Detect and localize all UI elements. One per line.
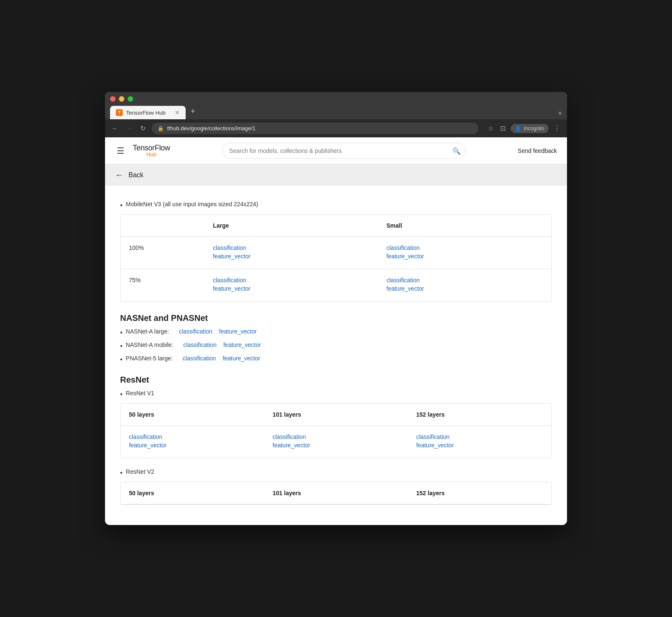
mobilenet-75-small-feature-vector[interactable]: feature_vector — [386, 285, 543, 292]
resnet-v1-data-row: classification feature_vector classifica… — [121, 426, 551, 458]
resnet-v1-50-links: classification feature_vector — [121, 426, 264, 458]
resnet-v1-101-links: classification feature_vector — [264, 426, 408, 458]
bullet-dot: • — [120, 202, 123, 209]
nasnet-a-mobile-prefix: NASNet-A mobile: — [126, 341, 173, 348]
nasnet-a-large-item: • NASNet-A large: classification feature… — [120, 328, 552, 336]
back-label: Back — [129, 171, 144, 179]
mobilenet-bullet-text: MobileNet V3 (all use input images sized… — [126, 201, 258, 207]
resnet-v2-header-101: 101 layers — [264, 482, 408, 504]
bookmark-button[interactable]: ☆ — [486, 123, 495, 134]
nasnet-a-large-prefix: NASNet-A large: — [126, 328, 169, 335]
mobilenet-75-small-classification[interactable]: classification — [386, 277, 543, 284]
reload-button[interactable]: ↻ — [139, 123, 147, 133]
pnasnet-5-large-feature-vector[interactable]: feature_vector — [223, 355, 260, 362]
resnet-v1-header-152: 152 layers — [408, 404, 551, 425]
maximize-traffic-light[interactable] — [128, 96, 133, 102]
mobilenet-row-75-small: classification feature_vector — [378, 269, 551, 301]
resnet-v1-label: ResNet V1 — [126, 390, 155, 396]
mobilenet-row-100: 100% classification feature_vector class… — [121, 237, 551, 269]
resnet-v1-50-feature-vector[interactable]: feature_vector — [129, 442, 256, 449]
resnet-v1-101-feature-vector[interactable]: feature_vector — [273, 442, 399, 449]
resnet-v2-table: 50 layers 101 layers 152 layers — [120, 482, 552, 505]
resnet-v1-header-row: 50 layers 101 layers 152 layers — [121, 404, 551, 426]
resnet-v2-header-row: 50 layers 101 layers 152 layers — [121, 482, 551, 504]
url-text: tfhub.dev/google/collections/image/1 — [167, 125, 255, 131]
resnet-v1-table: 50 layers 101 layers 152 layers classifi… — [120, 403, 552, 458]
pnasnet-5-large-item: • PNASNet-5 large: classification featur… — [120, 355, 552, 363]
nasnet-a-mobile-feature-vector[interactable]: feature_vector — [223, 341, 261, 348]
address-input[interactable]: 🔒 tfhub.dev/google/collections/image/1 — [152, 123, 478, 134]
mobilenet-table-header-row: Large Small — [121, 215, 551, 237]
mobilenet-row-75-large: classification feature_vector — [205, 269, 378, 301]
search-icon[interactable]: 🔍 — [452, 147, 461, 155]
incognito-icon: 👤 — [515, 126, 521, 131]
mobilenet-100-large-feature-vector[interactable]: feature_vector — [213, 253, 370, 260]
bullet-dot-3: • — [120, 356, 123, 363]
resnet-v2-header-152: 152 layers — [408, 482, 551, 504]
resnet-v1-152-classification[interactable]: classification — [416, 433, 543, 440]
mobilenet-bullet-item: • MobileNet V3 (all use input images siz… — [120, 201, 552, 209]
nasnet-a-large-feature-vector[interactable]: feature_vector — [219, 328, 257, 335]
resnet-v1-101-classification[interactable]: classification — [273, 433, 399, 440]
back-bar: ← Back — [105, 164, 567, 186]
expand-button[interactable]: ∨ — [558, 110, 562, 119]
bullet-dot-5: • — [120, 469, 123, 477]
resnet-v1-header-101: 101 layers — [264, 404, 408, 425]
mobilenet-row-100-large: classification feature_vector — [205, 237, 378, 269]
nasnet-section-title: NASNet and PNASNet — [120, 313, 552, 323]
split-view-button[interactable]: ⊡ — [499, 123, 507, 134]
bullet-dot-4: • — [120, 391, 123, 398]
page-content: ☰ TensorFlow Hub 🔍 Send feedback ← Back … — [105, 137, 567, 525]
lock-icon: 🔒 — [158, 126, 164, 131]
resnet-v2-bullet: • ResNet V2 — [120, 468, 552, 477]
brand-logo[interactable]: TensorFlow Hub — [133, 144, 170, 157]
resnet-v1-152-feature-vector[interactable]: feature_vector — [416, 442, 543, 449]
hamburger-button[interactable]: ☰ — [115, 144, 126, 158]
pnasnet-5-large-classification[interactable]: classification — [183, 355, 216, 362]
mobilenet-table: Large Small 100% classification feature_… — [120, 214, 552, 302]
active-tab[interactable]: T TensorFlow Hub ✕ — [110, 106, 186, 119]
forward-nav-button[interactable]: → — [124, 124, 134, 133]
new-tab-button[interactable]: + — [187, 107, 199, 119]
traffic-lights — [110, 96, 562, 102]
resnet-v2-header-50: 50 layers — [121, 482, 264, 504]
close-traffic-light[interactable] — [110, 96, 116, 102]
browser-window: T TensorFlow Hub ✕ + ∨ ← → ↻ 🔒 tfhub.dev… — [105, 92, 567, 525]
search-input[interactable] — [222, 143, 466, 159]
mobilenet-header-small: Small — [378, 215, 551, 236]
back-nav-button[interactable]: ← — [110, 124, 120, 133]
nasnet-a-large-classification[interactable]: classification — [179, 328, 212, 335]
browser-actions: ☆ ⊡ 👤 Incognito ⋮ — [486, 123, 562, 134]
pnasnet-5-large-prefix: PNASNet-5 large: — [126, 355, 173, 362]
mobilenet-100-large-classification[interactable]: classification — [213, 244, 370, 251]
resnet-v1-152-links: classification feature_vector — [408, 426, 551, 458]
resnet-section-title: ResNet — [120, 375, 552, 385]
bullet-dot-1: • — [120, 329, 123, 336]
mobilenet-100-small-classification[interactable]: classification — [386, 244, 543, 251]
mobilenet-75-large-classification[interactable]: classification — [213, 277, 370, 284]
mobilenet-row-75: 75% classification feature_vector classi… — [121, 269, 551, 301]
navbar: ☰ TensorFlow Hub 🔍 Send feedback — [105, 137, 567, 164]
mobilenet-75-large-feature-vector[interactable]: feature_vector — [213, 285, 370, 292]
mobilenet-row-75-label: 75% — [121, 269, 205, 301]
mobilenet-header-large: Large — [205, 215, 378, 236]
tensorflow-tab-icon: T — [116, 109, 123, 116]
send-feedback-button[interactable]: Send feedback — [518, 147, 557, 154]
mobilenet-header-col0 — [121, 215, 205, 236]
back-button[interactable]: ← — [115, 170, 123, 180]
resnet-v1-header-50: 50 layers — [121, 404, 264, 425]
resnet-v2-label: ResNet V2 — [126, 468, 155, 475]
brand-tensorflow: TensorFlow — [133, 144, 170, 152]
minimize-traffic-light[interactable] — [119, 96, 124, 102]
resnet-v1-bullet: • ResNet V1 — [120, 390, 552, 398]
main-content: • MobileNet V3 (all use input images siz… — [105, 186, 567, 525]
nasnet-a-mobile-item: • NASNet-A mobile: classification featur… — [120, 341, 552, 350]
menu-button[interactable]: ⋮ — [552, 123, 562, 134]
bullet-dot-2: • — [120, 342, 123, 350]
tab-close-button[interactable]: ✕ — [175, 109, 180, 116]
address-bar: ← → ↻ 🔒 tfhub.dev/google/collections/ima… — [105, 119, 567, 137]
tab-bar: T TensorFlow Hub ✕ + ∨ — [110, 106, 562, 119]
nasnet-a-mobile-classification[interactable]: classification — [183, 341, 216, 348]
mobilenet-100-small-feature-vector[interactable]: feature_vector — [386, 253, 543, 260]
resnet-v1-50-classification[interactable]: classification — [129, 433, 256, 440]
